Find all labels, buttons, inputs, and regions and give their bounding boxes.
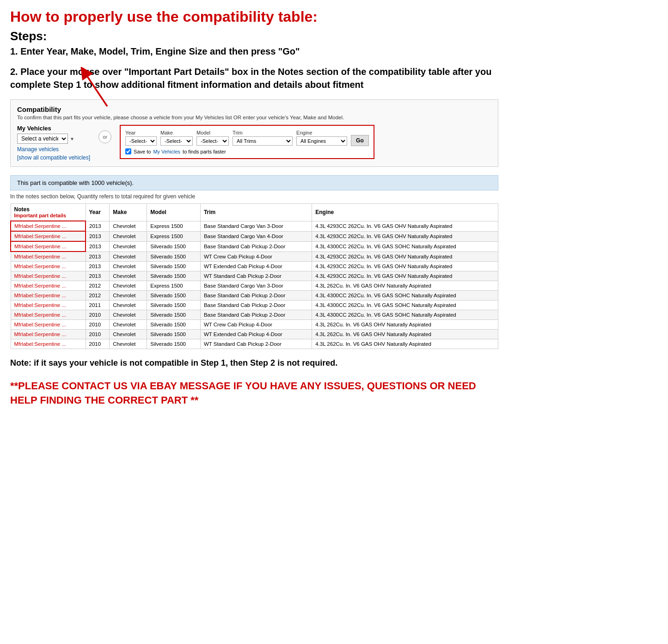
cell-model: Silverado 1500 [147,262,201,271]
cell-engine: 4.3L 4293CC 262Cu. In. V6 GAS OHV Natura… [312,221,498,231]
cell-year: 2013 [86,262,110,271]
engine-field: Engine All Engines [296,130,347,146]
cell-engine: 4.3L 262Cu. In. V6 GAS OHV Naturally Asp… [312,339,498,349]
cell-year: 2010 [86,310,110,320]
cell-year: 2011 [86,301,110,310]
th-notes-label: Notes [14,206,30,213]
th-engine: Engine [312,204,498,221]
table-row: Mfrlabel:Serpentine ...2010ChevroletSilv… [11,330,498,339]
cell-model: Silverado 1500 [147,301,201,310]
cell-engine: 4.3L 262Cu. In. V6 GAS OHV Naturally Asp… [312,320,498,330]
cell-make: Chevrolet [110,320,147,330]
cell-make: Chevrolet [110,301,147,310]
contact-section: **PLEASE CONTACT US VIA EBAY MESSAGE IF … [10,379,498,408]
save-my-vehicles-link[interactable]: My Vehicles [153,149,180,154]
table-row: Mfrlabel:Serpentine ...2013ChevroletSilv… [11,271,498,281]
main-title: How to properly use the compatibility ta… [10,8,498,25]
model-select[interactable]: -Select- [196,136,229,146]
cell-engine: 4.3L 4293CC 262Cu. In. V6 GAS OHV Natura… [312,271,498,281]
cell-make: Chevrolet [110,291,147,301]
year-field: Year -Select- [125,130,157,146]
cell-model: Silverado 1500 [147,241,201,251]
cell-make: Chevrolet [110,241,147,251]
cell-model: Silverado 1500 [147,251,201,262]
year-label: Year [125,130,157,135]
cell-notes: Mfrlabel:Serpentine ... [11,330,86,339]
my-vehicles-label: My Vehicles [17,125,90,132]
cell-make: Chevrolet [110,310,147,320]
red-arrow-icon [70,67,121,109]
step1-text: 1. Enter Year, Make, Model, Trim, Engine… [10,46,498,57]
select-vehicle-dropdown[interactable]: Select a vehicle [17,134,68,144]
table-row: Mfrlabel:Serpentine ...2013ChevroletSilv… [11,262,498,271]
th-make: Make [110,204,147,221]
cell-model: Express 1500 [147,221,201,231]
ymm-section: Year -Select- Make -Select- Model -Selec… [120,125,374,159]
my-vehicles-section: My Vehicles Select a vehicle ▼ Manage ve… [17,125,90,161]
quantity-note: In the notes section below, Quantity ref… [10,193,498,200]
cell-model: Silverado 1500 [147,310,201,320]
cell-make: Chevrolet [110,231,147,241]
cell-model: Express 1500 [147,231,201,241]
save-checkbox[interactable] [125,148,131,154]
cell-notes: Mfrlabel:Serpentine ... [11,310,86,320]
cell-year: 2013 [86,271,110,281]
show-all-link[interactable]: [show all compatible vehicles] [17,154,90,161]
engine-select[interactable]: All Engines [296,136,347,146]
cell-year: 2010 [86,339,110,349]
cell-model: Silverado 1500 [147,291,201,301]
compatibility-box: Compatibility To confirm that this part … [10,99,498,167]
table-row: Mfrlabel:Serpentine ...2010ChevroletSilv… [11,339,498,349]
cell-engine: 4.3L 4293CC 262Cu. In. V6 GAS OHV Natura… [312,262,498,271]
select-vehicle-row: Select a vehicle ▼ [17,134,90,144]
cell-notes: Mfrlabel:Serpentine ... [11,251,86,262]
cell-trim: WT Extended Cab Pickup 4-Door [200,330,312,339]
th-model: Model [147,204,201,221]
important-part-details-link[interactable]: Important part details [14,213,82,218]
cell-year: 2013 [86,241,110,251]
th-trim: Trim [200,204,312,221]
model-field: Model -Select- [196,130,229,146]
year-select[interactable]: -Select- [125,136,157,146]
cell-notes: Mfrlabel:Serpentine ... [11,320,86,330]
table-row: Mfrlabel:Serpentine ...2010ChevroletSilv… [11,320,498,330]
cell-year: 2010 [86,320,110,330]
save-checkbox-row: Save to My Vehicles to finds parts faste… [125,148,369,154]
cell-make: Chevrolet [110,251,147,262]
save-label-suffix: to finds parts faster [183,149,226,154]
make-select[interactable]: -Select- [160,136,193,146]
model-label: Model [196,130,229,135]
save-label-prefix: Save to [134,149,151,154]
manage-vehicles-link[interactable]: Manage vehicles [17,146,90,153]
table-row: Mfrlabel:Serpentine ...2013ChevroletSilv… [11,251,498,262]
cell-year: 2013 [86,221,110,231]
cell-trim: Base Standard Cargo Van 3-Door [200,281,312,291]
make-label: Make [160,130,193,135]
cell-engine: 4.3L 4300CC 262Cu. In. V6 GAS SOHC Natur… [312,241,498,251]
cell-trim: WT Extended Cab Pickup 4-Door [200,262,312,271]
cell-trim: Base Standard Cab Pickup 2-Door [200,291,312,301]
cell-trim: WT Standard Cab Pickup 2-Door [200,339,312,349]
cell-trim: Base Standard Cab Pickup 2-Door [200,301,312,310]
trim-label: Trim [233,130,293,135]
go-button[interactable]: Go [351,135,369,146]
note-section: Note: if it says your vehicle is not com… [10,357,498,369]
table-row: Mfrlabel:Serpentine ...2010ChevroletSilv… [11,310,498,320]
compat-notice: This part is compatible with 1000 vehicl… [10,175,498,190]
cell-notes: Mfrlabel:Serpentine ... [11,271,86,281]
cell-notes: Mfrlabel:Serpentine ... [11,262,86,271]
table-row: Mfrlabel:Serpentine ...2012ChevroletSilv… [11,291,498,301]
compat-row: My Vehicles Select a vehicle ▼ Manage ve… [17,125,491,161]
cell-notes: Mfrlabel:Serpentine ... [11,301,86,310]
trim-select[interactable]: All Trims [233,136,293,146]
table-row: Mfrlabel:Serpentine ...2012ChevroletExpr… [11,281,498,291]
th-year: Year [86,204,110,221]
table-header-row: Notes Important part details Year Make M… [11,204,498,221]
cell-make: Chevrolet [110,339,147,349]
cell-engine: 4.3L 4300CC 262Cu. In. V6 GAS SOHC Natur… [312,291,498,301]
dropdown-arrow-icon: ▼ [70,136,74,141]
trim-field: Trim All Trims [233,130,293,146]
table-row: Mfrlabel:Serpentine ...2013ChevroletExpr… [11,231,498,241]
ymm-fields-row: Year -Select- Make -Select- Model -Selec… [125,129,369,146]
cell-notes: Mfrlabel:Serpentine ... [11,281,86,291]
